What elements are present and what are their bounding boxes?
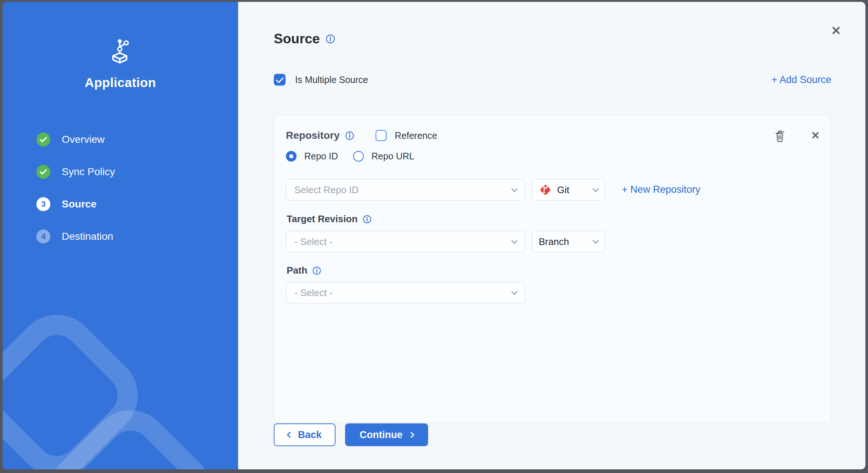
back-button[interactable]: Back [274, 423, 336, 446]
is-multiple-source-label: Is Multiple Source [295, 75, 368, 85]
step-label: Source [62, 198, 97, 210]
target-revision-placeholder: - Select - [294, 236, 333, 248]
trash-icon [773, 128, 787, 143]
info-icon[interactable] [312, 266, 321, 275]
back-label: Back [298, 429, 322, 441]
add-source-button[interactable]: + Add Source [771, 74, 831, 86]
git-icon [539, 183, 552, 196]
info-icon[interactable] [363, 215, 372, 224]
page-title: Source [274, 31, 320, 47]
step-sync-policy[interactable]: Sync Policy [36, 165, 115, 179]
chevron-down-icon [512, 186, 518, 192]
revision-type-value: Branch [539, 236, 569, 248]
revision-type-select[interactable]: Branch [532, 231, 605, 252]
reference-label: Reference [395, 130, 437, 141]
wizard-steps: Overview Sync Policy 3 Source 4 Destinat… [36, 133, 115, 243]
step-overview[interactable]: Overview [36, 133, 115, 147]
new-repository-button[interactable]: + New Repository [622, 184, 700, 195]
repo-id-placeholder: Select Repo ID [294, 184, 359, 196]
info-icon[interactable] [345, 131, 354, 140]
target-revision-select[interactable]: - Select - [286, 231, 525, 252]
repo-url-radio[interactable] [353, 151, 364, 162]
application-icon [108, 39, 133, 66]
chevron-left-icon [287, 432, 293, 438]
wizard-sidebar: Application Overview Sync Policy 3 Sourc… [3, 2, 238, 469]
reference-checkbox[interactable] [376, 130, 387, 141]
chevron-right-icon [408, 432, 415, 438]
path-select[interactable]: - Select - [286, 282, 525, 303]
chevron-down-icon [593, 238, 599, 244]
step-source[interactable]: 3 Source [36, 197, 115, 211]
repo-id-label: Repo ID [304, 151, 338, 162]
info-icon[interactable] [326, 34, 335, 44]
step-done-icon [36, 133, 50, 147]
provider-value: Git [557, 184, 569, 196]
chevron-down-icon [512, 238, 518, 244]
repository-card: Repository Reference [274, 115, 831, 423]
repo-id-select[interactable]: Select Repo ID [286, 179, 525, 201]
path-placeholder: - Select - [294, 287, 333, 299]
chevron-down-icon [593, 186, 599, 192]
step-number: 4 [36, 230, 50, 243]
continue-label: Continue [360, 429, 403, 441]
application-wizard-modal: Application Overview Sync Policy 3 Sourc… [3, 2, 865, 469]
path-label: Path [287, 265, 307, 276]
chevron-down-icon [512, 289, 518, 295]
is-multiple-source-checkbox[interactable] [274, 74, 286, 86]
brand-watermark [3, 315, 238, 469]
step-done-icon [36, 165, 50, 179]
step-label: Sync Policy [62, 166, 115, 178]
delete-source-button[interactable] [773, 128, 787, 143]
continue-button[interactable]: Continue [345, 423, 428, 446]
step-destination[interactable]: 4 Destination [36, 230, 115, 243]
step-number: 3 [36, 197, 50, 211]
step-label: Destination [62, 231, 113, 242]
step-label: Overview [62, 134, 105, 145]
close-icon[interactable]: ✕ [828, 22, 844, 39]
sidebar-brand: Application [3, 39, 238, 90]
source-pane: Source ✕ Is Multiple Source + Add Source… [238, 2, 865, 469]
target-revision-label: Target Revision [287, 213, 358, 225]
wizard-title: Application [3, 75, 238, 90]
remove-source-icon[interactable]: ✕ [811, 129, 820, 142]
repo-url-label: Repo URL [372, 151, 415, 162]
repository-title: Repository [286, 130, 340, 141]
provider-select[interactable]: Git [532, 179, 605, 201]
repo-id-radio[interactable] [286, 151, 297, 162]
